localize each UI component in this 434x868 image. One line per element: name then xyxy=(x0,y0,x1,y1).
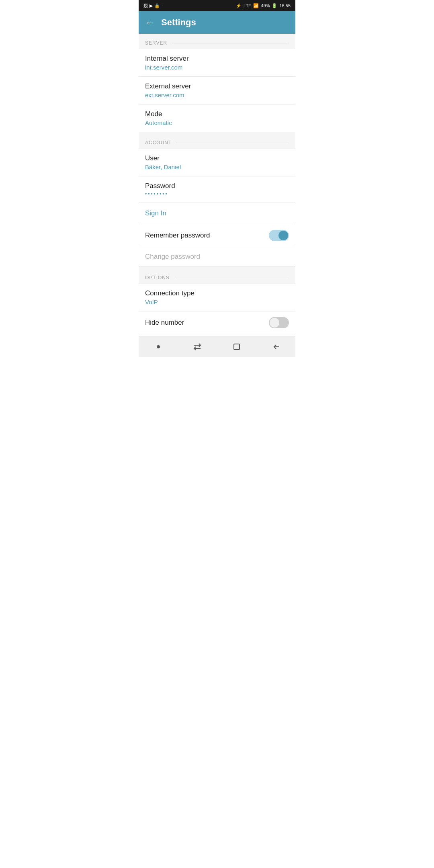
connection-type-item[interactable]: Connection type VoIP xyxy=(139,284,295,311)
account-section-header: ACCOUNT xyxy=(139,133,295,149)
remember-password-label: Remember password xyxy=(145,231,210,240)
internal-server-value: int.server.com xyxy=(145,64,289,71)
external-server-title: External server xyxy=(145,82,289,90)
toggle-knob xyxy=(278,231,288,240)
password-item[interactable]: Password •••••••• xyxy=(139,176,295,203)
battery-label: 49% xyxy=(261,3,270,8)
user-value: Bäker, Daniel xyxy=(145,164,289,170)
svg-rect-3 xyxy=(234,344,240,350)
password-title: Password xyxy=(145,182,289,190)
hide-number-toggle[interactable] xyxy=(269,317,289,328)
dot-icon: · xyxy=(162,3,163,8)
status-right: ⚡ LTE 📶 49% 🔋 16:55 xyxy=(236,3,291,8)
bluetooth-icon: ⚡ xyxy=(236,3,242,8)
hide-number-item[interactable]: Hide number xyxy=(139,311,295,334)
lock-icon: 🔒 xyxy=(154,3,160,8)
internal-server-title: Internal server xyxy=(145,55,289,63)
nav-back-button[interactable] xyxy=(266,337,285,356)
mode-value: Automatic xyxy=(145,119,289,126)
nav-home-button[interactable] xyxy=(149,337,168,356)
server-divider xyxy=(172,43,289,43)
password-dots: •••••••• xyxy=(145,191,289,197)
play-icon: ▶ xyxy=(149,3,153,8)
user-title: User xyxy=(145,154,289,162)
user-item[interactable]: User Bäker, Daniel xyxy=(139,149,295,176)
connection-type-title: Connection type xyxy=(145,289,289,297)
back-button[interactable]: ← xyxy=(145,17,155,28)
image-icon: 🖼 xyxy=(143,3,148,8)
hide-number-toggle-knob xyxy=(270,318,279,328)
app-bar: ← Settings xyxy=(139,11,295,34)
options-divider xyxy=(174,278,289,278)
account-section: ACCOUNT User Bäker, Daniel Password ••••… xyxy=(139,133,295,267)
svg-point-0 xyxy=(157,345,160,348)
status-bar: 🖼 ▶ 🔒 · ⚡ LTE 📶 49% 🔋 16:55 xyxy=(139,0,295,11)
nav-recent-button[interactable] xyxy=(227,337,246,356)
server-section: SERVER Internal server int.server.com Ex… xyxy=(139,34,295,132)
change-password-item[interactable]: Change password xyxy=(139,247,295,267)
sign-in-item[interactable]: Sign In xyxy=(139,203,295,224)
external-server-value: ext.server.com xyxy=(145,92,289,98)
bottom-nav xyxy=(139,336,295,357)
lte-label: LTE xyxy=(244,3,251,8)
remember-password-toggle[interactable] xyxy=(269,230,289,241)
options-section-label: OPTIONS xyxy=(145,275,170,280)
change-password-label: Change password xyxy=(145,253,200,260)
remember-password-item[interactable]: Remember password xyxy=(139,224,295,247)
signal-icon: 📶 xyxy=(253,3,259,8)
account-divider xyxy=(176,143,289,143)
settings-content: SERVER Internal server int.server.com Ex… xyxy=(139,34,295,334)
server-section-header: SERVER xyxy=(139,34,295,49)
connection-type-value: VoIP xyxy=(145,299,289,305)
options-section: OPTIONS Connection type VoIP Hide number xyxy=(139,268,295,334)
battery-icon: 🔋 xyxy=(272,3,277,8)
external-server-item[interactable]: External server ext.server.com xyxy=(139,77,295,104)
sign-in-label[interactable]: Sign In xyxy=(145,209,166,217)
server-section-label: SERVER xyxy=(145,40,167,46)
internal-server-item[interactable]: Internal server int.server.com xyxy=(139,49,295,77)
nav-transfer-button[interactable] xyxy=(188,337,207,356)
mode-title: Mode xyxy=(145,110,289,118)
status-left: 🖼 ▶ 🔒 · xyxy=(143,3,163,8)
hide-number-label: Hide number xyxy=(145,319,184,327)
options-section-header: OPTIONS xyxy=(139,268,295,284)
time-label: 16:55 xyxy=(279,3,291,8)
account-section-label: ACCOUNT xyxy=(145,140,172,145)
mode-item[interactable]: Mode Automatic xyxy=(139,104,295,132)
page-title: Settings xyxy=(161,17,196,28)
